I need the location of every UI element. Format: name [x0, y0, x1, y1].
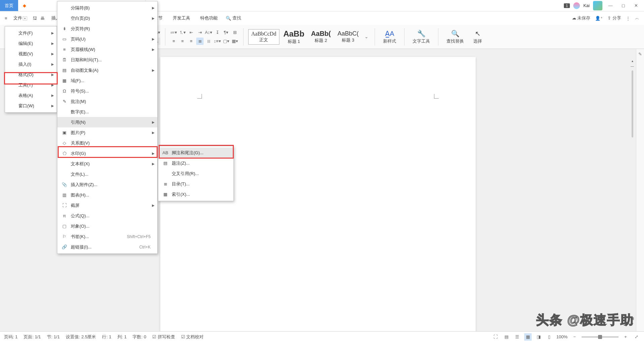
insert-menu-item[interactable]: 文本框(X)▶ — [57, 159, 157, 169]
insert-menu-item[interactable]: ▣图片(P)▶ — [57, 127, 157, 138]
ribbon-search[interactable]: 🔍查找 — [226, 15, 241, 21]
insert-menu-item[interactable]: 数字(E)... — [57, 107, 157, 117]
share-button[interactable]: ⇪ 分享 — [607, 15, 621, 21]
file-menu-item[interactable]: 插入(I)▶ — [5, 59, 57, 69]
style-h2[interactable]: AaBb(标题 2 — [308, 28, 333, 45]
insert-menu-item[interactable]: ⛶截屏▶ — [57, 200, 157, 211]
ref-menu-item[interactable]: AB脚注和尾注(G)... — [158, 148, 233, 158]
align-right-icon[interactable]: ≡ — [187, 38, 195, 45]
borders-icon[interactable]: ▦▾ — [231, 38, 238, 45]
file-menu-item[interactable]: 表格(A)▶ — [5, 90, 57, 101]
insert-menu-item[interactable]: ▦域(F)... — [57, 75, 157, 86]
kebab-icon[interactable]: ⋮ — [626, 16, 630, 21]
collab-icon[interactable]: 👤⁺ — [595, 16, 603, 21]
fullscreen-icon[interactable]: ⛶ — [492, 333, 499, 341]
insert-menu-item[interactable]: ⬠水印(G)▶ — [57, 148, 157, 159]
style-normal[interactable]: AaBbCcDd正文 — [248, 29, 279, 45]
insert-menu-item[interactable]: ◇关系图(V) — [57, 138, 157, 148]
line-spacing-icon[interactable]: ↕≡▾ — [214, 38, 221, 45]
align-center-icon[interactable]: ≡ — [179, 38, 186, 45]
insert-menu-item[interactable]: 🔗超链接(I)...Ctrl+K — [57, 242, 157, 252]
zoom-slider[interactable] — [582, 336, 619, 338]
notif-badge[interactable]: 1 — [564, 3, 570, 8]
zoom-out-icon[interactable]: − — [571, 333, 578, 341]
ref-menu-item[interactable]: ▤题注(Z)... — [158, 158, 233, 168]
ref-menu-item[interactable]: ▦索引(X)... — [158, 189, 233, 199]
select-button[interactable]: ↖选择 — [470, 28, 485, 46]
qat-save-icon[interactable]: 🖫 — [33, 16, 37, 21]
vertical-scrollbar[interactable] — [631, 70, 635, 258]
ribbon-tab[interactable]: 开发工具 — [168, 13, 195, 23]
collapse-ribbon-icon[interactable]: ︿ — [635, 15, 639, 21]
sb-pages[interactable]: 页面: 1/1 — [23, 334, 41, 340]
style-h3[interactable]: AaBbC(标题 3 — [335, 29, 361, 45]
view-outline-icon[interactable]: ▤ — [503, 333, 510, 341]
ref-menu-item[interactable]: ≣目录(T)... — [158, 179, 233, 189]
insert-menu-item[interactable]: 空白页(D)▶ — [57, 13, 157, 23]
ref-menu-item[interactable]: 交叉引用(R)... — [158, 168, 233, 179]
numbering-icon[interactable]: ⒈▾ — [179, 29, 186, 36]
find-replace-button[interactable]: 🔍查找替换 — [443, 28, 467, 46]
bullets-icon[interactable]: ≔▾ — [170, 29, 177, 36]
file-menu-item[interactable]: 格式(O)▶ — [5, 69, 57, 80]
show-marks-icon[interactable]: ¶▾ — [222, 29, 230, 36]
sort2-icon[interactable]: ↧ — [214, 29, 221, 36]
ribbon-tab[interactable]: 特色功能 — [196, 13, 222, 23]
insert-menu-item[interactable]: 文件(L)... — [57, 169, 157, 179]
zoom-level[interactable]: 100% — [556, 334, 568, 339]
tab-home[interactable]: 首页 — [0, 0, 18, 11]
sb-proof[interactable]: ☑ 文档校对 — [181, 334, 204, 340]
insert-menu-item[interactable]: ▤自动图文集(A)▶ — [57, 65, 157, 75]
sort-icon[interactable]: A↕▾ — [205, 29, 212, 36]
insert-menu-item[interactable]: 引用(N)▶ — [57, 117, 157, 127]
new-style-button[interactable]: A̲A新样式 — [380, 28, 399, 46]
insert-menu-item[interactable]: ⇟分页符(R) — [57, 23, 157, 34]
sb-page-num[interactable]: 页码: 1 — [4, 334, 17, 340]
fit-width-icon[interactable]: ⤢ — [633, 333, 640, 341]
indent-icon[interactable]: ⇥ — [196, 29, 204, 36]
avatar[interactable] — [573, 2, 580, 9]
minimize-button[interactable]: — — [606, 3, 615, 8]
file-menu-button[interactable]: 文件▾ — [10, 14, 31, 22]
outdent-icon[interactable]: ⇤ — [187, 29, 195, 36]
sb-setting[interactable]: 设置值: 2.5厘米 — [66, 334, 96, 340]
shading-icon[interactable]: ▢▾ — [222, 38, 230, 45]
file-menu-item[interactable]: 视图(V)▶ — [5, 49, 57, 59]
sb-row[interactable]: 行: 1 — [102, 334, 111, 340]
hamburger-icon[interactable]: ≡ — [5, 16, 7, 21]
qat-print-icon[interactable]: 🖶 — [40, 16, 45, 21]
sb-section[interactable]: 节: 1/1 — [47, 334, 60, 340]
scroll-up-icon[interactable]: ▴ — [630, 59, 635, 64]
align-left-icon[interactable]: ≡ — [170, 38, 177, 45]
scroll-dash-icon[interactable]: — — [630, 64, 635, 69]
file-menu-item[interactable]: 窗口(W)▶ — [5, 101, 57, 111]
insert-menu-item[interactable]: Ω符号(S)... — [57, 86, 157, 96]
insert-menu-item[interactable]: ▢对象(O)... — [57, 221, 157, 231]
insert-menu-item[interactable]: 分隔符(B)▶ — [57, 3, 157, 13]
insert-menu-item[interactable]: 🗓日期和时间(T)... — [57, 55, 157, 65]
file-menu-item[interactable]: 文件(F)▶ — [5, 28, 57, 38]
distribute-icon[interactable]: ⫼ — [205, 38, 212, 45]
sb-chars[interactable]: 字数: 0 — [132, 334, 146, 340]
sb-spell[interactable]: ☑ 拼写检查 — [152, 334, 175, 340]
tab-stop-icon[interactable]: ⊞ — [231, 29, 238, 36]
maximize-button[interactable]: ◻ — [619, 3, 628, 8]
view-read-icon[interactable]: ☰ — [514, 333, 521, 341]
view-draft-icon[interactable]: ▯ — [546, 333, 553, 341]
file-menu-item[interactable]: 编辑(E)▶ — [5, 38, 57, 49]
view-page-icon[interactable]: ▦ — [524, 333, 532, 341]
pencil-icon[interactable]: ✎ — [638, 52, 642, 57]
insert-menu-item[interactable]: ✎批注(M) — [57, 96, 157, 107]
insert-menu-item[interactable]: π公式(Q)... — [57, 211, 157, 221]
file-menu-item[interactable]: 工具(T)▶ — [5, 80, 57, 90]
insert-menu-item[interactable]: ⚐书签(K)...Shift+Ctrl+F5 — [57, 231, 157, 242]
insert-menu-item[interactable]: ≡页眉横线(W)▶ — [57, 44, 157, 55]
view-web-icon[interactable]: ◨ — [535, 333, 542, 341]
styles-more-icon[interactable]: ⌄ — [363, 33, 370, 41]
text-tool-button[interactable]: 🔧文字工具 — [409, 28, 433, 46]
style-h1[interactable]: AaBb标题 1 — [281, 28, 307, 46]
insert-menu-item[interactable]: 📎插入附件(Z)... — [57, 179, 157, 190]
unsaved-indicator[interactable]: ☁ 未保存 — [572, 15, 591, 21]
sb-col[interactable]: 列: 1 — [117, 334, 126, 340]
zoom-in-icon[interactable]: + — [622, 333, 629, 341]
